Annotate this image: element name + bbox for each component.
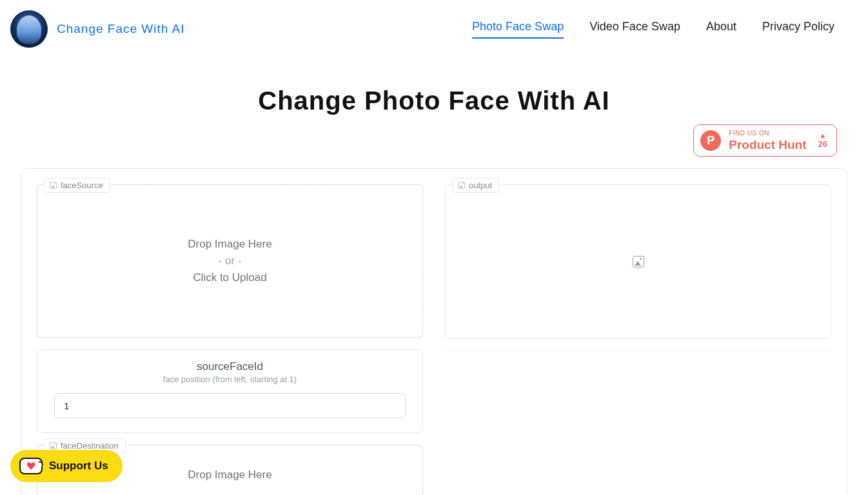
image-placeholder-icon (633, 256, 644, 267)
image-icon (50, 182, 57, 189)
face-destination-tag-label: faceDestination (61, 441, 119, 451)
brand[interactable]: Change Face With AI (10, 10, 185, 48)
drop-line-1: Drop Image Here (188, 238, 271, 251)
nav-video-face-swap[interactable]: Video Face Swap (589, 20, 680, 39)
image-icon (50, 442, 57, 449)
face-source-tag-label: faceSource (61, 180, 103, 190)
coffee-heart-icon (19, 458, 43, 474)
face-source-panel: faceSource Drop Image Here - or - Click … (37, 184, 423, 338)
main-content: faceSource Drop Image Here - or - Click … (21, 168, 847, 495)
input-column: faceSource Drop Image Here - or - Click … (37, 184, 423, 495)
drop-or: - or - (219, 255, 242, 267)
output-column: output (445, 184, 831, 351)
brand-logo (10, 10, 48, 48)
face-source-tag: faceSource (44, 178, 110, 193)
product-hunt-badge[interactable]: P FIND US ON Product Hunt ▲ 26 (693, 124, 837, 157)
product-hunt-row: P FIND US ON Product Hunt ▲ 26 (0, 115, 868, 157)
main-nav: Photo Face Swap Video Face Swap About Pr… (472, 20, 854, 39)
support-us-label: Support Us (49, 460, 108, 472)
product-hunt-top-line: FIND US ON (729, 130, 806, 137)
upvote-triangle-icon: ▲ (819, 132, 826, 139)
product-hunt-vote: ▲ 26 (818, 132, 827, 149)
output-divider (445, 350, 831, 351)
nav-about[interactable]: About (706, 20, 736, 39)
page-title: Change Photo Face With AI (0, 86, 868, 115)
output-tag-label: output (469, 180, 492, 190)
source-face-id-hint: face position (from left, starting at 1) (54, 374, 406, 384)
nav-photo-face-swap[interactable]: Photo Face Swap (472, 20, 564, 39)
face-source-dropzone[interactable]: Drop Image Here - or - Click to Upload (37, 184, 423, 338)
source-face-id-label: sourceFaceId (54, 360, 406, 373)
output-placeholder (446, 185, 831, 338)
drop-line-2: Click to Upload (193, 271, 266, 284)
image-icon (458, 182, 465, 189)
header: Change Face With AI Photo Face Swap Vide… (0, 0, 868, 58)
product-hunt-bottom-line: Product Hunt (729, 139, 806, 151)
nav-privacy-policy[interactable]: Privacy Policy (762, 20, 834, 39)
drop-line-1: Drop Image Here (188, 469, 271, 481)
product-hunt-text: FIND US ON Product Hunt (729, 130, 806, 151)
heart-icon (27, 462, 35, 470)
product-hunt-count: 26 (818, 139, 827, 149)
source-face-id-panel: sourceFaceId face position (from left, s… (37, 349, 423, 433)
brand-title: Change Face With AI (57, 22, 185, 36)
support-us-button[interactable]: Support Us (10, 450, 123, 482)
output-tag: output (452, 178, 499, 193)
product-hunt-icon: P (700, 130, 721, 151)
source-face-id-input[interactable] (54, 393, 406, 418)
output-panel: output (445, 184, 831, 339)
